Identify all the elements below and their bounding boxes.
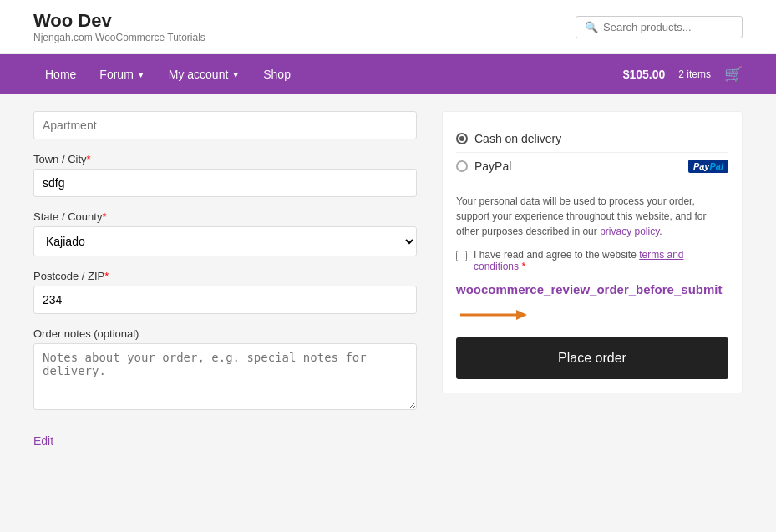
nav-left: Home Forum ▼ My account ▼ Shop bbox=[33, 54, 302, 94]
hook-text: woocommerce_review_order_before_submit bbox=[456, 282, 722, 296]
terms-checkbox[interactable] bbox=[456, 251, 467, 261]
cart-amount: $105.00 bbox=[623, 68, 666, 81]
town-city-input[interactable] bbox=[33, 169, 417, 197]
search-box[interactable]: 🔍 bbox=[576, 16, 743, 38]
privacy-text: Your personal data will be used to proce… bbox=[456, 194, 728, 239]
town-city-label: Town / City* bbox=[33, 153, 417, 165]
search-icon: 🔍 bbox=[585, 21, 598, 33]
paypal-badge: PayPal bbox=[688, 160, 728, 173]
state-county-required: * bbox=[102, 210, 106, 223]
postcode-group: Postcode / ZIP* bbox=[33, 270, 417, 314]
order-notes-textarea[interactable] bbox=[33, 343, 417, 410]
arrow-annotation bbox=[456, 303, 531, 326]
state-county-group: State / County* Kajiado Nairobi Mombasa bbox=[33, 210, 417, 256]
site-nav: Home Forum ▼ My account ▼ Shop $105.00 2… bbox=[0, 54, 776, 94]
svg-marker-1 bbox=[516, 310, 527, 320]
payment-box: Cash on delivery PayPal PayPal Your pers… bbox=[442, 111, 743, 393]
cash-label: Cash on delivery bbox=[474, 132, 561, 145]
state-county-label: State / County* bbox=[33, 210, 417, 223]
arrow-svg bbox=[456, 303, 531, 323]
nav-right: $105.00 2 items 🛒 bbox=[623, 65, 743, 84]
town-city-group: Town / City* bbox=[33, 153, 417, 197]
apartment-group bbox=[33, 111, 417, 139]
payment-option-paypal[interactable]: PayPal PayPal bbox=[456, 153, 728, 180]
nav-item-home[interactable]: Home bbox=[33, 54, 88, 94]
main-content: Town / City* State / County* Kajiado Nai… bbox=[0, 94, 776, 481]
terms-required: * bbox=[521, 261, 525, 272]
edit-link[interactable]: Edit bbox=[33, 434, 53, 448]
forum-dropdown-icon: ▼ bbox=[137, 70, 145, 79]
nav-item-forum[interactable]: Forum ▼ bbox=[88, 54, 156, 94]
terms-row: I have read and agree to the website ter… bbox=[456, 249, 728, 272]
order-notes-label: Order notes (optional) bbox=[33, 327, 417, 340]
order-notes-group: Order notes (optional) bbox=[33, 327, 417, 413]
cart-items-count: 2 items bbox=[678, 68, 711, 80]
payment-option-cash[interactable]: Cash on delivery bbox=[456, 125, 728, 153]
cash-radio[interactable] bbox=[456, 133, 468, 144]
nav-item-shop[interactable]: Shop bbox=[251, 54, 302, 94]
nav-item-myaccount[interactable]: My account ▼ bbox=[157, 54, 252, 94]
billing-form: Town / City* State / County* Kajiado Nai… bbox=[33, 111, 417, 448]
site-tagline: Njengah.com WooCommerce Tutorials bbox=[33, 32, 205, 43]
hook-text-block: woocommerce_review_order_before_submit bbox=[456, 282, 728, 326]
cart-icon[interactable]: 🛒 bbox=[724, 65, 743, 84]
site-title: Woo Dev bbox=[33, 10, 205, 32]
postcode-required: * bbox=[104, 270, 109, 282]
state-county-select[interactable]: Kajiado Nairobi Mombasa bbox=[33, 226, 417, 256]
apartment-input[interactable] bbox=[33, 111, 417, 139]
payment-section: Cash on delivery PayPal PayPal Your pers… bbox=[442, 111, 743, 448]
paypal-label: PayPal bbox=[474, 160, 511, 173]
privacy-policy-link[interactable]: privacy policy bbox=[600, 225, 659, 237]
town-city-required: * bbox=[87, 153, 91, 165]
postcode-label: Postcode / ZIP* bbox=[33, 270, 417, 282]
site-header: Woo Dev Njengah.com WooCommerce Tutorial… bbox=[0, 0, 776, 54]
place-order-button[interactable]: Place order bbox=[456, 337, 728, 379]
postcode-input[interactable] bbox=[33, 286, 417, 314]
site-branding: Woo Dev Njengah.com WooCommerce Tutorial… bbox=[33, 10, 205, 43]
myaccount-dropdown-icon: ▼ bbox=[231, 70, 240, 79]
search-input[interactable] bbox=[603, 21, 733, 33]
paypal-radio[interactable] bbox=[456, 160, 468, 172]
